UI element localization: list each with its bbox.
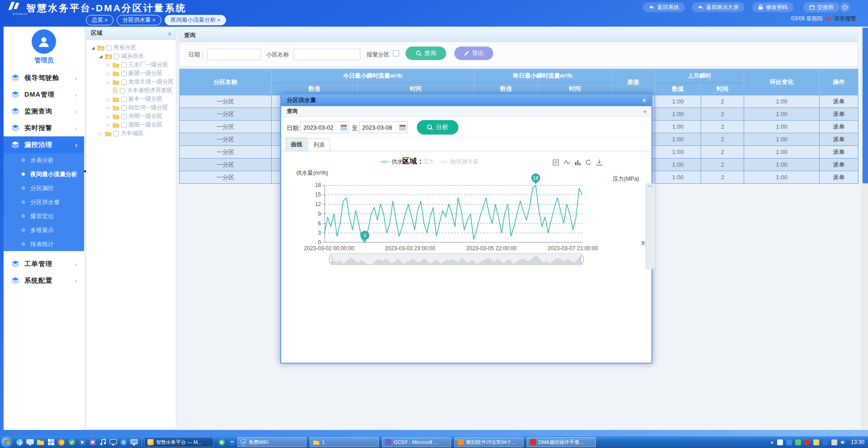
community-name-input[interactable]: [293, 49, 360, 60]
tree-checkbox[interactable]: [121, 122, 127, 128]
x-axis-zoom-slider[interactable]: [330, 253, 582, 265]
display-icon[interactable]: [108, 437, 118, 447]
taskbar-window-folder-1[interactable]: 1: [310, 437, 379, 447]
back-to-bigscreen-button[interactable]: 返回展示大屏: [692, 2, 745, 12]
tree-node[interactable]: ▷四岔河一级分区: [88, 103, 174, 112]
dispatch-link[interactable]: 派单: [820, 121, 859, 133]
start-button[interactable]: [1, 437, 13, 448]
expand-arrow-icon[interactable]: ▷: [106, 71, 111, 76]
submenu-report-statistics[interactable]: 报表统计: [4, 237, 84, 251]
tab-curve[interactable]: 曲线: [286, 138, 307, 151]
col-action[interactable]: 操作: [820, 69, 859, 95]
collapse-section-icon[interactable]: »: [641, 108, 648, 115]
y-axis-zoom-slider[interactable]: [646, 183, 656, 269]
tray-icon-3[interactable]: [795, 439, 801, 445]
tree-checkbox[interactable]: [106, 45, 112, 51]
sidebar-item-work-order[interactable]: 工单管理›: [4, 256, 84, 272]
tree-checkbox[interactable]: [121, 97, 127, 102]
green-tray-app-icon[interactable]: [217, 437, 227, 447]
tree-node[interactable]: ▷龙堤方强一级分区: [88, 78, 174, 86]
tray-expand-icon[interactable]: ▲: [770, 440, 774, 444]
page-scrollbar[interactable]: [862, 27, 868, 430]
taskbar-window-forum[interactable]: 散刻软件讨论等94个...: [454, 437, 524, 447]
download-icon[interactable]: [596, 159, 603, 166]
download-tool-icon[interactable]: [118, 437, 129, 447]
submenu-water-meter-analysis[interactable]: 水表分析: [4, 153, 84, 167]
zoom-handle-left[interactable]: [329, 256, 332, 263]
tray-icon-6[interactable]: [822, 439, 828, 445]
firefox-icon[interactable]: [56, 437, 66, 447]
sidebar-item-leak-control[interactable]: 漏控治理›: [4, 136, 84, 153]
col-today-min-flow[interactable]: 今日最小瞬时流量m³/h: [272, 69, 474, 83]
tab-close-icon[interactable]: ×: [152, 17, 156, 23]
expand-arrow-icon[interactable]: ◢: [99, 54, 103, 59]
slider-handle[interactable]: [648, 185, 653, 187]
expand-arrow-icon[interactable]: ▷: [106, 106, 111, 110]
expand-arrow-icon[interactable]: ▷: [106, 114, 111, 119]
line-chart-icon[interactable]: [563, 159, 570, 166]
tree-checkbox[interactable]: [121, 105, 127, 111]
tree-checkbox[interactable]: [121, 79, 127, 85]
tree-checkbox[interactable]: [113, 131, 119, 136]
folder-icon[interactable]: [35, 437, 46, 447]
tray-icon-1[interactable]: [777, 439, 783, 445]
tree-checkbox[interactable]: [121, 114, 127, 119]
col-yesterday-min-flow[interactable]: 昨日最小瞬时流量m³/h: [474, 69, 612, 83]
col-chain-change[interactable]: 环比变化: [744, 69, 820, 95]
tray-icon-5[interactable]: [813, 439, 819, 445]
zoom-handle-right[interactable]: [580, 256, 584, 263]
submenu-night-min-flow[interactable]: 夜间最小流量分析: [4, 167, 84, 181]
ie-icon[interactable]: [14, 437, 25, 447]
expand-arrow-icon[interactable]: ▷: [106, 80, 111, 84]
expand-arrow-icon[interactable]: ▷: [106, 97, 111, 102]
sidebar-item-system-config[interactable]: 系统配置›: [4, 272, 84, 289]
col-time[interactable]: 时间: [701, 83, 744, 95]
tree-node[interactable]: 大丰港经济开发区: [88, 86, 174, 95]
tree-checkbox[interactable]: [114, 54, 119, 59]
tray-icon-4[interactable]: [804, 439, 810, 445]
export-button[interactable]: 导出: [454, 47, 493, 60]
col-partition-name[interactable]: 分区名称: [179, 69, 272, 95]
calendar-icon[interactable]: [399, 124, 406, 131]
submenu-partition-leak[interactable]: 分区漏控: [4, 181, 84, 195]
dispatch-link[interactable]: 派单: [820, 171, 859, 184]
window-app-icon[interactable]: [46, 437, 56, 447]
taskbar-window-gcsy[interactable]: GCSY - Microsoft ...: [382, 437, 451, 447]
blue-tray-app-icon[interactable]: [227, 437, 237, 447]
sidebar-item-monitor-query[interactable]: 监测查询›: [4, 103, 84, 120]
dispatch-link[interactable]: 派单: [820, 95, 859, 108]
legend-physical-loss[interactable]: 物理漏失量: [439, 158, 479, 166]
green-app-icon[interactable]: [66, 437, 77, 447]
power-button[interactable]: [840, 2, 850, 12]
close-icon[interactable]: ×: [642, 97, 646, 104]
tree-checkbox[interactable]: [121, 62, 127, 68]
tree-checkbox[interactable]: [121, 71, 127, 76]
tab-list[interactable]: 列表: [308, 139, 330, 151]
submenu-partition-supply[interactable]: 分区供水量: [4, 195, 84, 209]
tree-checkbox[interactable]: [120, 88, 125, 93]
shift-change-button[interactable]: 交接班: [803, 2, 840, 12]
col-difference[interactable]: 差值: [612, 69, 655, 95]
change-password-button[interactable]: 修改密码: [752, 2, 793, 12]
taskbar-window-dma-manual[interactable]: DMA漏控操作手册....: [527, 437, 596, 447]
dispatch-link[interactable]: 派单: [820, 146, 859, 159]
tree-node[interactable]: ▷三水厂一级分区: [88, 61, 174, 69]
media-player-icon[interactable]: [77, 437, 87, 447]
bar-chart-icon[interactable]: [574, 159, 581, 166]
tab-overview[interactable]: 总览×: [86, 15, 113, 25]
dispatch-link[interactable]: 派单: [820, 159, 859, 171]
tray-speaker-icon[interactable]: [840, 440, 846, 445]
tab-close-icon[interactable]: ×: [217, 17, 220, 23]
legend-pressure[interactable]: 压力: [423, 158, 434, 166]
tree-node[interactable]: ▷新丰一级分区: [88, 95, 174, 103]
sidebar-item-realtime-alarm[interactable]: 实时报警›: [4, 120, 84, 136]
submenu-burst-locating[interactable]: 爆管定位: [4, 209, 84, 223]
expand-arrow-icon[interactable]: ◢: [91, 46, 95, 50]
col-value[interactable]: 数值: [655, 83, 701, 95]
analyze-button[interactable]: 分析: [417, 120, 458, 135]
tree-node[interactable]: ▷新团一级分区: [88, 69, 174, 78]
show-desktop-icon[interactable]: [25, 437, 35, 447]
music-icon[interactable]: [98, 437, 108, 447]
purple-app-icon[interactable]: [87, 437, 98, 447]
tray-icon-2[interactable]: [786, 439, 792, 445]
